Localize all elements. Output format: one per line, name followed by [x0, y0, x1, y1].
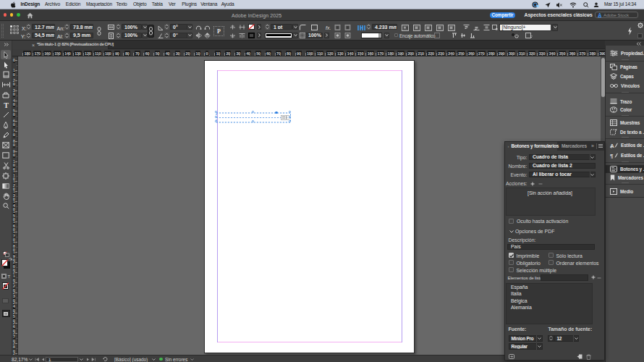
- svg-text:T: T: [4, 102, 9, 109]
- svg-text:¶: ¶: [610, 152, 614, 159]
